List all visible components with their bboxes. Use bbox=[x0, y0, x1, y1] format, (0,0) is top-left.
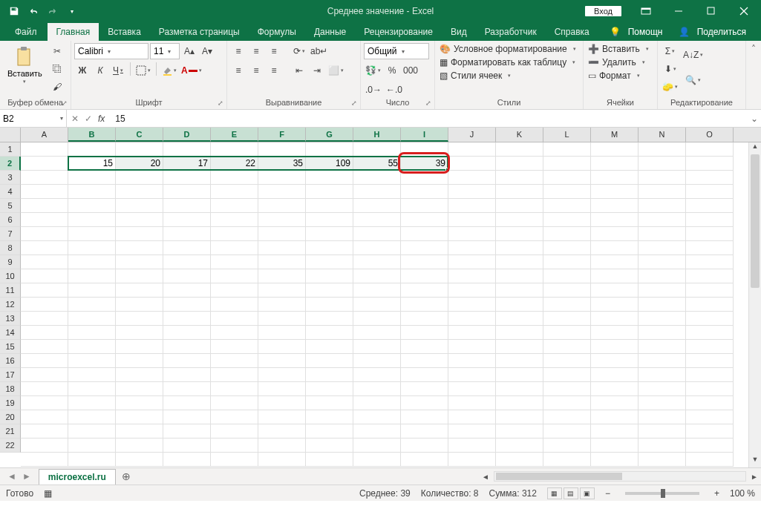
ribbon-options-icon[interactable] bbox=[630, 0, 663, 22]
align-bottom-icon[interactable]: ≡ bbox=[266, 43, 282, 59]
decrease-font-icon[interactable]: A▾ bbox=[199, 43, 215, 59]
increase-decimal-icon[interactable]: .0→ bbox=[364, 82, 383, 98]
column-header-O[interactable]: O bbox=[686, 128, 734, 142]
number-launcher-icon[interactable]: ⤢ bbox=[424, 99, 433, 108]
row-header-15[interactable]: 15 bbox=[0, 340, 21, 354]
minimize-icon[interactable] bbox=[663, 0, 696, 22]
sheet-tab[interactable]: microexcel.ru bbox=[39, 469, 116, 485]
expand-formula-bar-icon[interactable]: ⌄ bbox=[751, 114, 761, 124]
autosum-icon[interactable]: Σ bbox=[661, 43, 679, 59]
row-header-12[interactable]: 12 bbox=[0, 298, 21, 312]
vscroll-thumb[interactable] bbox=[751, 154, 760, 288]
undo-icon[interactable] bbox=[25, 3, 42, 19]
column-header-F[interactable]: F bbox=[258, 128, 306, 142]
name-box[interactable]: B2▾ bbox=[0, 110, 67, 127]
fill-icon[interactable]: ⬇ bbox=[661, 61, 679, 77]
vertical-scrollbar[interactable]: ▲ ▼ bbox=[748, 142, 761, 467]
worksheet-grid[interactable]: ABCDEFGHIJKLMNO 123456789101112131415161… bbox=[0, 128, 761, 467]
cancel-formula-icon[interactable]: ✕ bbox=[71, 114, 79, 124]
font-name-select[interactable]: Calibri▾ bbox=[74, 43, 148, 59]
font-size-select[interactable]: 11▾ bbox=[150, 43, 180, 59]
cut-icon[interactable]: ✂ bbox=[49, 43, 65, 59]
comma-icon[interactable]: 000 bbox=[402, 62, 419, 79]
select-all-corner[interactable] bbox=[0, 128, 21, 142]
column-header-L[interactable]: L bbox=[543, 128, 591, 142]
bold-button[interactable]: Ж bbox=[74, 62, 91, 79]
tab-help[interactable]: Справка bbox=[546, 23, 598, 41]
column-header-G[interactable]: G bbox=[306, 128, 353, 142]
view-page-break-icon[interactable]: ▣ bbox=[580, 487, 595, 499]
row-header-4[interactable]: 4 bbox=[0, 185, 21, 199]
cell-styles-button[interactable]: ▧Стили ячеек bbox=[438, 70, 512, 82]
row-header-21[interactable]: 21 bbox=[0, 424, 21, 439]
row-header-9[interactable]: 9 bbox=[0, 255, 21, 269]
row-header-1[interactable]: 1 bbox=[0, 142, 21, 157]
column-header-B[interactable]: B bbox=[68, 128, 116, 142]
column-header-M[interactable]: M bbox=[591, 128, 638, 142]
insert-cells-button[interactable]: ➕Вставить bbox=[587, 43, 650, 55]
cell-C2[interactable]: 20 bbox=[116, 157, 163, 171]
column-header-I[interactable]: I bbox=[401, 128, 448, 142]
column-header-C[interactable]: C bbox=[116, 128, 163, 142]
increase-font-icon[interactable]: A▴ bbox=[181, 43, 197, 59]
clipboard-launcher-icon[interactable]: ⤢ bbox=[60, 99, 69, 108]
align-middle-icon[interactable]: ≡ bbox=[248, 43, 264, 59]
font-color-icon[interactable]: А bbox=[180, 62, 203, 79]
row-header-16[interactable]: 16 bbox=[0, 354, 21, 368]
italic-button[interactable]: К bbox=[92, 62, 108, 79]
row-header-7[interactable]: 7 bbox=[0, 227, 21, 241]
row-header-17[interactable]: 17 bbox=[0, 368, 21, 382]
increase-indent-icon[interactable]: ⇥ bbox=[309, 62, 325, 79]
row-header-13[interactable]: 13 bbox=[0, 312, 21, 326]
row-header-3[interactable]: 3 bbox=[0, 171, 21, 185]
font-launcher-icon[interactable]: ⤢ bbox=[216, 99, 225, 108]
delete-cells-button[interactable]: ➖Удалить bbox=[587, 56, 647, 68]
row-header-10[interactable]: 10 bbox=[0, 269, 21, 283]
tab-data[interactable]: Данные bbox=[305, 23, 355, 41]
qat-customize-icon[interactable]: ▾ bbox=[64, 3, 80, 19]
login-button[interactable]: Вход bbox=[585, 6, 621, 16]
cells-area[interactable]: 15201722351095539 bbox=[21, 142, 761, 453]
view-normal-icon[interactable]: ▦ bbox=[547, 487, 562, 499]
row-header-11[interactable]: 11 bbox=[0, 283, 21, 298]
conditional-formatting-button[interactable]: 🎨Условное форматирование bbox=[438, 43, 578, 55]
format-painter-icon[interactable]: 🖌 bbox=[49, 79, 65, 95]
align-top-icon[interactable]: ≡ bbox=[230, 43, 246, 59]
tab-developer[interactable]: Разработчик bbox=[476, 23, 546, 41]
tab-home[interactable]: Главная bbox=[48, 23, 99, 41]
tab-view[interactable]: Вид bbox=[442, 23, 476, 41]
column-header-K[interactable]: K bbox=[496, 128, 543, 142]
macro-record-icon[interactable]: ▦ bbox=[44, 488, 52, 499]
tab-review[interactable]: Рецензирование bbox=[355, 23, 442, 41]
column-header-A[interactable]: A bbox=[21, 128, 68, 142]
row-header-5[interactable]: 5 bbox=[0, 199, 21, 213]
paste-button[interactable]: Вставить ▾ bbox=[3, 43, 47, 88]
row-header-8[interactable]: 8 bbox=[0, 241, 21, 255]
cell-D2[interactable]: 17 bbox=[163, 157, 211, 171]
align-left-icon[interactable]: ≡ bbox=[230, 62, 246, 79]
percent-icon[interactable]: % bbox=[384, 62, 400, 79]
maximize-icon[interactable] bbox=[696, 0, 728, 22]
format-as-table-button[interactable]: ▦Форматировать как таблицу bbox=[438, 56, 577, 68]
row-header-14[interactable]: 14 bbox=[0, 326, 21, 340]
collapse-ribbon-icon[interactable]: ˄ bbox=[751, 44, 756, 54]
redo-icon[interactable] bbox=[45, 3, 61, 19]
cell-H2[interactable]: 55 bbox=[353, 157, 401, 171]
scroll-down-icon[interactable]: ▼ bbox=[749, 456, 761, 467]
view-page-layout-icon[interactable]: ▤ bbox=[564, 487, 578, 499]
tab-file[interactable]: Файл bbox=[6, 23, 46, 41]
align-right-icon[interactable]: ≡ bbox=[266, 62, 282, 79]
row-header-2[interactable]: 2 bbox=[0, 157, 21, 171]
tell-me-button[interactable]: 💡 Помощн bbox=[605, 24, 671, 40]
row-header-20[interactable]: 20 bbox=[0, 410, 21, 424]
column-header-J[interactable]: J bbox=[448, 128, 496, 142]
column-header-D[interactable]: D bbox=[163, 128, 211, 142]
zoom-slider[interactable] bbox=[625, 492, 699, 495]
cell-B2[interactable]: 15 bbox=[68, 157, 116, 171]
underline-button[interactable]: Ч bbox=[110, 62, 126, 79]
row-header-19[interactable]: 19 bbox=[0, 396, 21, 410]
align-center-icon[interactable]: ≡ bbox=[248, 62, 264, 79]
tab-formulas[interactable]: Формулы bbox=[249, 23, 305, 41]
tab-page-layout[interactable]: Разметка страницы bbox=[150, 23, 249, 41]
borders-icon[interactable] bbox=[134, 62, 152, 79]
